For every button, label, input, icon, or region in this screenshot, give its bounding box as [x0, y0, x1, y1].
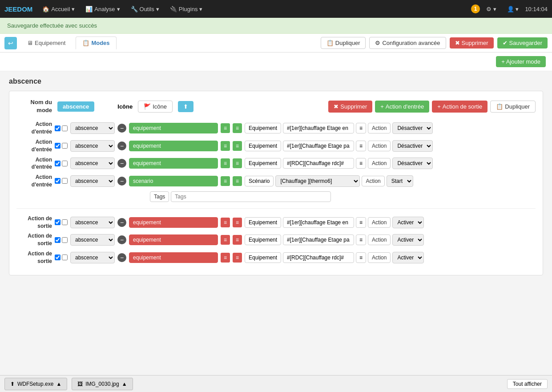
sortie-equip-type-1: Equipement — [245, 217, 281, 228]
back-button[interactable]: ↩ — [4, 37, 17, 49]
sortie-icon-btn-1b[interactable]: ≡ — [233, 218, 242, 227]
sortie-table-icon-2[interactable]: ≡ — [356, 234, 366, 245]
supprimer-button[interactable]: ✖ Supprimer — [450, 37, 494, 48]
icone-btn[interactable]: 🚩 Icône — [138, 101, 173, 113]
sortie-icon-btn-1a[interactable]: ≡ — [221, 218, 230, 227]
sortie-equip-input-3[interactable] — [129, 252, 218, 263]
action-select-4[interactable]: Start — [387, 175, 413, 187]
checkbox-checked-2[interactable] — [55, 143, 60, 149]
equip-icon-btn-2b[interactable]: ≡ — [233, 141, 242, 151]
action-select-3[interactable]: Désactiver — [392, 158, 433, 169]
checkbox-unchecked-4[interactable] — [62, 178, 68, 184]
upload-icon-btn[interactable]: ⬆ — [178, 101, 193, 112]
sortie-icon-btn-3b[interactable]: ≡ — [233, 253, 242, 263]
nav-accueil[interactable]: 🏠 Accueil ▾ — [38, 4, 79, 14]
sortie-action-select-3[interactable]: Activer — [392, 252, 424, 263]
sortie-action-select-1[interactable]: Activer — [392, 217, 424, 228]
flag-icon: 🚩 — [144, 103, 151, 110]
table-icon-2[interactable]: ≡ — [356, 141, 366, 151]
scenario-select-4[interactable]: [Chauffage ][thermo6] — [275, 175, 360, 187]
sortie-checkbox-unchecked-2[interactable] — [62, 237, 68, 243]
checkbox-unchecked-1[interactable] — [62, 125, 68, 131]
nav-user[interactable]: 👤 ▾ — [503, 4, 524, 14]
config-avancee-button[interactable]: ⚙ Configuration avancée — [369, 37, 446, 49]
right-section-4: Scénario [Chauffage ][thermo6] Action St… — [245, 175, 536, 187]
mode-name-badge: abscence — [57, 101, 94, 112]
checkbox-unchecked-2[interactable] — [62, 143, 68, 149]
sortie-remove-row-3[interactable]: − — [117, 253, 126, 262]
sortie-equip-input-1[interactable] — [129, 217, 218, 228]
mode-action-entree-button[interactable]: + Action d'entrée — [375, 101, 429, 113]
sortie-remove-row-1[interactable]: − — [117, 218, 126, 227]
action-select-2[interactable]: Désactiver — [392, 140, 433, 152]
sortie-select-mode-2[interactable]: abscence — [70, 234, 115, 246]
equip-icon-btn-4b[interactable]: ≡ — [233, 176, 242, 186]
equip-input-2[interactable] — [129, 141, 218, 151]
nav-outils[interactable]: 🔧 Outils ▾ — [126, 4, 164, 14]
sortie-table-icon-1[interactable]: ≡ — [356, 217, 366, 228]
sortie-right-section-1: Equipement #[1er][chauffage Etage en ≡ A… — [245, 217, 536, 228]
sortie-equip-input-2[interactable] — [129, 234, 218, 245]
equip-icon-btn-1b[interactable]: ≡ — [233, 123, 242, 133]
action-entree-row-4: Actiond'entrée abscence − ≡ ≡ Scénario [… — [16, 174, 536, 189]
mode-action-sortie-button[interactable]: + Action de sortie — [432, 101, 488, 113]
select-mode-1[interactable]: abscence — [70, 122, 115, 134]
equip-input-3[interactable] — [129, 158, 218, 169]
action-select-1[interactable]: Désactiver — [392, 122, 433, 134]
sortie-icon-btn-3a[interactable]: ≡ — [221, 253, 230, 263]
sortie-select-mode-1[interactable]: abscence — [70, 217, 115, 228]
table-icon-1[interactable]: ≡ — [356, 123, 366, 133]
checkbox-unchecked-3[interactable] — [62, 161, 68, 166]
sortie-remove-row-2[interactable]: − — [117, 235, 126, 244]
select-mode-2[interactable]: abscence — [70, 140, 115, 152]
checkbox-checked-4[interactable] — [55, 178, 60, 184]
equip-input-1[interactable] — [129, 123, 218, 133]
sortie-table-icon-3[interactable]: ≡ — [356, 252, 366, 263]
sortie-checkbox-unchecked-3[interactable] — [62, 255, 68, 260]
notification-badge[interactable]: 1 — [471, 4, 480, 13]
sortie-checkbox-checked-3[interactable] — [55, 255, 60, 260]
equip-icon-btn-3b[interactable]: ≡ — [233, 158, 242, 168]
equip-icon-btn-2a[interactable]: ≡ — [221, 141, 230, 151]
mode-dupliquer-button[interactable]: 📋 Dupliquer — [490, 101, 536, 113]
nav-analyse[interactable]: 📊 Analyse ▾ — [81, 4, 124, 14]
sauvegarder-button[interactable]: ✔ Sauvegarder — [497, 37, 548, 48]
equip-type-2: Equipement — [245, 141, 281, 151]
sortie-checkbox-unchecked-1[interactable] — [62, 219, 68, 225]
nav-settings[interactable]: ⚙ ▾ — [482, 4, 501, 14]
mode-supprimer-button[interactable]: ✖ Supprimer — [328, 101, 372, 113]
action-entree-row-2: Actiond'entrée abscence − ≡ ≡ Equipement… — [16, 138, 536, 154]
sortie-icon-btn-2a[interactable]: ≡ — [221, 235, 230, 245]
sortie-icon-btn-2b[interactable]: ≡ — [233, 235, 242, 245]
sortie-select-mode-3[interactable]: abscence — [70, 252, 115, 263]
equip-type-1: Equipement — [245, 123, 281, 133]
nav-plugins[interactable]: 🔌 Plugins ▾ — [165, 4, 207, 14]
action-bar: + Ajouter mode — [0, 53, 552, 71]
sortie-action-select-2[interactable]: Activer — [392, 234, 424, 246]
tags-input[interactable] — [171, 191, 331, 202]
tab-modes[interactable]: 📋 Modes — [76, 36, 116, 49]
mode-header: Nom dumode abscence Icône 🚩 Icône ⬆ ✖ Su… — [16, 98, 536, 114]
remove-row-2[interactable]: − — [117, 141, 126, 150]
checkbox-checked-3[interactable] — [55, 161, 60, 166]
equip-icon-btn-3a[interactable]: ≡ — [221, 158, 230, 168]
dupliquer-button[interactable]: 📋 Dupliquer — [321, 37, 366, 49]
tab-equipement[interactable]: 🖥 Equipement — [20, 36, 72, 49]
sortie-checkbox-checked-2[interactable] — [55, 237, 60, 243]
equip-icon-btn-1a[interactable]: ≡ — [221, 123, 230, 133]
remove-row-4[interactable]: − — [117, 177, 126, 186]
action-label-3: Action — [368, 158, 391, 169]
action-sortie-row-1: Action desortie abscence − ≡ ≡ Equipemen… — [16, 215, 536, 230]
page-content: abscence Nom dumode abscence Icône 🚩 Icô… — [0, 71, 552, 282]
ajouter-mode-button[interactable]: + Ajouter mode — [496, 56, 546, 67]
select-mode-4[interactable]: abscence — [70, 175, 115, 187]
checkbox-checked-1[interactable] — [55, 125, 60, 131]
checkboxes-4 — [55, 178, 68, 184]
equip-input-4[interactable] — [129, 176, 218, 186]
equip-icon-btn-4a[interactable]: ≡ — [221, 176, 230, 186]
select-mode-3[interactable]: abscence — [70, 158, 115, 169]
sortie-checkbox-checked-1[interactable] — [55, 219, 60, 225]
table-icon-3[interactable]: ≡ — [356, 158, 366, 169]
remove-row-1[interactable]: − — [117, 124, 126, 133]
remove-row-3[interactable]: − — [117, 159, 126, 168]
